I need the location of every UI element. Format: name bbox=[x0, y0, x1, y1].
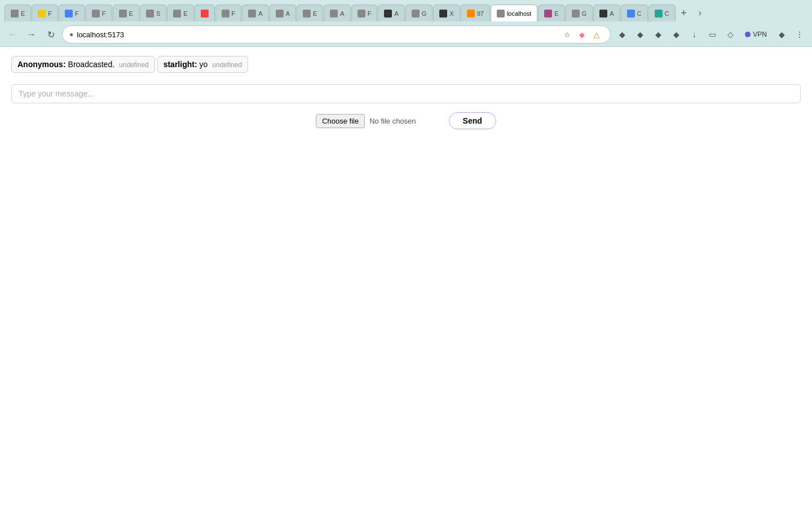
back-button[interactable]: ← bbox=[5, 27, 20, 42]
vpn-button[interactable]: VPN bbox=[740, 29, 771, 40]
vpn-status-dot bbox=[745, 32, 751, 37]
tab-3[interactable]: F bbox=[59, 5, 85, 21]
vpn-label: VPN bbox=[753, 30, 767, 38]
message-input-row bbox=[11, 84, 801, 103]
tab-24[interactable]: C bbox=[648, 5, 676, 21]
browser-icon-1[interactable]: ◆ bbox=[632, 27, 648, 42]
file-chosen-text: No file chosen bbox=[369, 117, 416, 125]
tab-10[interactable]: A bbox=[242, 5, 268, 21]
tab-15[interactable]: A bbox=[378, 5, 404, 21]
tab-7[interactable]: E bbox=[167, 5, 193, 21]
wallet-icon[interactable]: ◇ bbox=[722, 27, 738, 42]
tab-9[interactable]: F bbox=[215, 5, 242, 21]
brave-shield-icon[interactable]: ◆ bbox=[575, 28, 589, 41]
message-2: starlight: yo undefined bbox=[157, 56, 248, 73]
tab-14[interactable]: F bbox=[351, 5, 378, 21]
split-view-icon[interactable]: ▭ bbox=[704, 27, 720, 42]
more-tabs-button[interactable]: › bbox=[692, 5, 708, 21]
tab-active-localhost[interactable]: localhost bbox=[491, 5, 537, 21]
address-bar-actions: ☆ ◆ △ bbox=[561, 28, 603, 41]
tab-17[interactable]: X bbox=[433, 5, 460, 21]
message-input[interactable] bbox=[11, 84, 801, 103]
extensions-icon[interactable]: ◆ bbox=[614, 27, 630, 42]
forward-button[interactable]: → bbox=[24, 27, 39, 42]
browser-chrome: E F F F E S E F A A E A F A G X 97 local… bbox=[0, 0, 812, 47]
tab-5[interactable]: E bbox=[113, 5, 139, 21]
tab-4[interactable]: F bbox=[86, 5, 112, 21]
tab-22[interactable]: A bbox=[593, 5, 620, 21]
tab-bar: E F F F E S E F A A E A F A G X 97 local… bbox=[0, 0, 812, 23]
message-1-text: Broadcasted. bbox=[68, 60, 115, 69]
tab-20[interactable]: E bbox=[538, 5, 564, 21]
tab-8[interactable] bbox=[195, 5, 215, 21]
tab-16[interactable]: G bbox=[405, 5, 433, 21]
menu-button[interactable]: ⋮ bbox=[792, 27, 807, 42]
message-2-text: yo bbox=[200, 60, 208, 69]
message-2-timestamp: undefined bbox=[212, 61, 242, 69]
file-input-label[interactable]: Choose file bbox=[316, 114, 365, 128]
tab-1[interactable]: E bbox=[5, 5, 31, 21]
tab-6[interactable]: S bbox=[140, 5, 166, 21]
tab-11[interactable]: A bbox=[270, 5, 296, 21]
tab-12[interactable]: E bbox=[297, 5, 323, 21]
tab-13[interactable]: A bbox=[324, 5, 350, 21]
message-1: Anonymous: Broadcasted. undefined bbox=[11, 56, 155, 73]
message-2-sender: starlight: bbox=[164, 60, 197, 69]
warning-icon[interactable]: △ bbox=[590, 28, 603, 41]
security-icon: ● bbox=[69, 30, 73, 38]
download-icon[interactable]: ↓ bbox=[686, 27, 702, 42]
reload-button[interactable]: ↻ bbox=[43, 27, 59, 42]
file-send-row: Choose file No file chosen Send bbox=[11, 112, 801, 129]
choose-file-button[interactable]: Choose file bbox=[316, 114, 365, 128]
bookmark-star-icon[interactable]: ☆ bbox=[561, 28, 574, 41]
brave-rewards-icon[interactable]: ◆ bbox=[668, 27, 684, 42]
send-button[interactable]: Send bbox=[449, 112, 496, 129]
url-input[interactable] bbox=[77, 30, 557, 39]
tab-21[interactable]: G bbox=[566, 5, 593, 21]
browser-icon-2[interactable]: ◆ bbox=[650, 27, 666, 42]
tab-23[interactable]: C bbox=[621, 5, 648, 21]
toolbar-right: ◆ ◆ ◆ ◆ ↓ ▭ ◇ VPN ◆ ⋮ bbox=[614, 27, 807, 42]
address-bar[interactable]: ● ☆ ◆ △ bbox=[62, 25, 611, 43]
tab-18[interactable]: 97 bbox=[461, 5, 490, 21]
message-1-sender: Anonymous: bbox=[17, 60, 66, 69]
page-content: Anonymous: Broadcasted. undefined starli… bbox=[0, 47, 812, 508]
message-1-timestamp: undefined bbox=[119, 61, 149, 69]
tab-2[interactable]: F bbox=[32, 5, 58, 21]
brave-logo-icon[interactable]: ◆ bbox=[774, 27, 789, 42]
new-tab-button[interactable]: + bbox=[676, 5, 692, 21]
nav-bar: ← → ↻ ● ☆ ◆ △ ◆ ◆ ◆ ◆ ↓ ▭ ◇ VPN ◆ ⋮ bbox=[0, 23, 812, 46]
